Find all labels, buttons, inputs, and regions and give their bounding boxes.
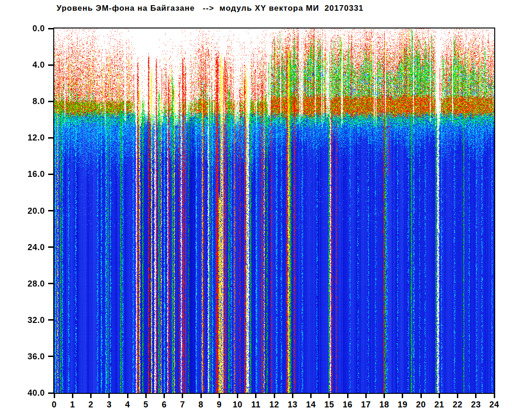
- y-tick: [48, 64, 53, 66]
- x-tick-label: 16: [337, 399, 358, 410]
- y-tick: [48, 101, 53, 102]
- x-tick: [127, 394, 128, 398]
- y-tick-label: 32.0: [13, 315, 45, 325]
- y-tick: [48, 174, 53, 175]
- em-background-spectrogram-page: Уровень ЭМ-фона на Байгазане --> модуль …: [0, 0, 512, 420]
- y-tick-label: 0.0: [13, 23, 45, 34]
- x-tick: [164, 394, 165, 398]
- x-tick: [384, 394, 385, 398]
- x-tick-label: 6: [154, 399, 175, 410]
- x-tick: [328, 394, 330, 398]
- x-tick: [292, 394, 293, 398]
- y-tick-label: 40.0: [13, 388, 45, 398]
- x-tick-label: 17: [356, 399, 376, 410]
- x-tick: [439, 394, 440, 398]
- x-tick-label: 8: [191, 399, 211, 410]
- x-tick-label: 12: [264, 399, 284, 410]
- y-tick-label: 28.0: [13, 279, 45, 289]
- x-tick: [108, 394, 110, 398]
- x-tick-label: 3: [99, 399, 120, 410]
- x-tick-label: 5: [135, 399, 156, 410]
- x-tick-label: 19: [392, 399, 413, 410]
- x-tick-label: 22: [448, 399, 468, 410]
- y-tick: [48, 392, 53, 394]
- y-tick-label: 20.0: [13, 206, 45, 216]
- y-tick: [48, 356, 53, 357]
- y-tick-label: 8.0: [13, 96, 45, 106]
- x-tick-label: 11: [246, 399, 266, 410]
- x-tick: [475, 394, 476, 398]
- x-tick-label: 18: [374, 399, 395, 410]
- x-tick-label: 10: [228, 399, 248, 410]
- y-tick: [48, 319, 53, 321]
- x-tick-label: 0: [44, 399, 64, 410]
- x-tick: [402, 394, 403, 398]
- x-tick-label: 23: [466, 399, 486, 410]
- x-tick: [90, 394, 92, 398]
- y-tick-label: 4.0: [13, 60, 45, 70]
- x-tick: [72, 394, 73, 398]
- x-tick-label: 24: [484, 399, 505, 410]
- y-tick-label: 36.0: [13, 351, 45, 362]
- x-tick-label: 21: [429, 399, 449, 410]
- x-tick: [457, 394, 458, 398]
- x-tick: [274, 394, 275, 398]
- x-tick: [182, 394, 183, 398]
- x-tick: [200, 394, 202, 398]
- x-tick: [219, 394, 220, 398]
- chart-title: Уровень ЭМ-фона на Байгазане --> модуль …: [57, 4, 363, 13]
- x-tick-label: 15: [319, 399, 340, 410]
- x-tick-label: 4: [117, 399, 138, 410]
- x-tick: [365, 394, 367, 398]
- x-tick-label: 1: [62, 399, 83, 410]
- x-tick-label: 14: [301, 399, 321, 410]
- y-tick-label: 24.0: [13, 242, 45, 252]
- x-tick-label: 7: [172, 399, 193, 410]
- x-tick: [347, 394, 348, 398]
- x-tick: [494, 394, 495, 398]
- x-tick: [310, 394, 312, 398]
- y-tick-label: 16.0: [13, 169, 45, 179]
- y-tick: [48, 28, 53, 29]
- x-tick: [54, 394, 55, 398]
- x-tick: [145, 394, 147, 398]
- y-tick: [48, 137, 53, 139]
- y-tick-label: 12.0: [13, 133, 45, 143]
- x-tick: [255, 394, 256, 398]
- x-tick-label: 2: [81, 399, 101, 410]
- x-tick-label: 9: [209, 399, 229, 410]
- y-tick: [48, 210, 53, 211]
- y-tick: [48, 246, 53, 248]
- x-tick-label: 13: [282, 399, 303, 410]
- y-tick: [48, 283, 53, 284]
- x-tick: [420, 394, 422, 398]
- x-tick: [237, 394, 238, 398]
- spectrogram-canvas: [54, 28, 494, 393]
- x-tick-label: 20: [411, 399, 431, 410]
